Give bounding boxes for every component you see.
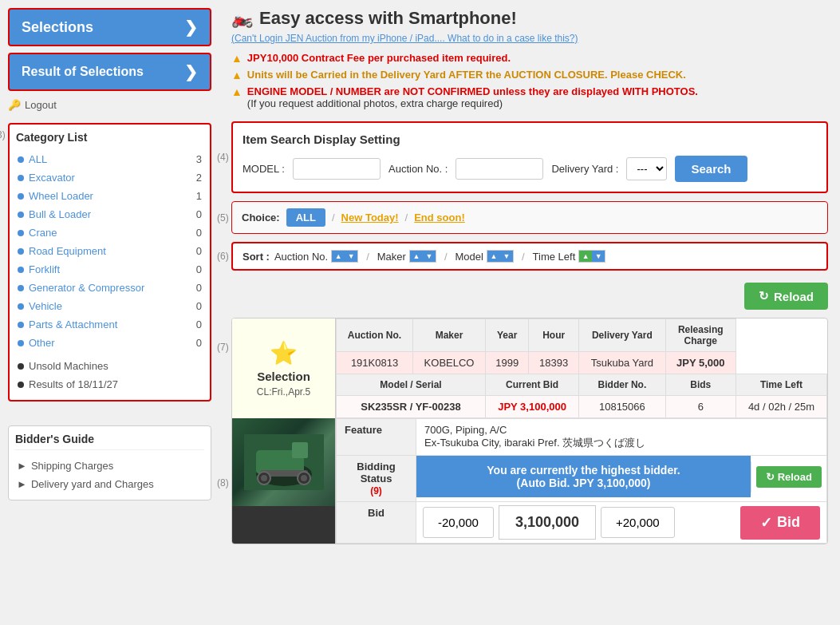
sort-down-time-left[interactable]: ▼ [592,251,605,262]
category-dot-wheel-loader [18,193,24,200]
sort-sep-2: / [444,251,448,263]
guide-delivery-charges[interactable]: ► Delivery yard and Charges [15,475,204,493]
category-count-excavator: 2 [196,172,202,184]
label-6: (6) [217,251,229,262]
item-header: ⭐ Selection CL:Fri.,Apr.5 Auction No. Ma… [232,318,827,418]
td-bids: 6 [665,396,735,418]
sort-label: Sort : [243,251,270,263]
category-item-excavator[interactable]: Excavator 2 [16,168,203,187]
sort-name-time-left: Time Left [533,251,576,263]
notice-1: ▲ JPY10,000 Contract Fee per purchased i… [231,52,828,65]
category-label-generator: Generator & Compressor [29,282,196,294]
model-input[interactable] [293,158,381,180]
bid-minus-button[interactable]: -20,000 [423,507,494,538]
sort-arrows-maker: ▲ ▼ [409,250,436,263]
special-dot-unsold [18,363,24,370]
category-count-generator: 0 [196,282,202,294]
category-label-vehicle: Vehicle [29,300,196,312]
search-panel: Item Search Display Setting MODEL : Auct… [231,121,828,193]
logout-link[interactable]: 🔑 Logout [8,99,211,111]
bid-submit-button[interactable]: ✓ Bid [740,506,820,540]
category-item-bull-loader[interactable]: Bull & Loader 0 [16,205,203,223]
category-item-forklift[interactable]: Forklift 0 [16,260,203,279]
sort-down-auction[interactable]: ▼ [345,251,357,262]
category-item-all[interactable]: ALL 3 [16,150,203,168]
choice-sep-2: / [405,212,408,223]
th-year: Year [486,319,529,352]
svg-rect-3 [292,442,308,458]
category-dot-generator [18,285,24,291]
category-item-other[interactable]: Other 0 [16,334,203,352]
svg-point-7 [261,475,267,481]
category-label-other: Other [29,337,196,349]
td-year: 1999 [486,352,529,374]
sort-up-time-left[interactable]: ▲ [579,251,592,262]
category-item-road-equipment[interactable]: Road Equipment 0 [16,242,203,260]
delivery-yard-label: Delivery Yard : [551,163,618,175]
sort-model: Model ▲ ▼ [455,250,514,263]
sort-arrows-auction: ▲ ▼ [331,250,358,263]
bid-plus-button[interactable]: +20,000 [601,507,675,538]
guide-shipping-charges[interactable]: ► Shipping Charges [15,457,204,475]
choice-end-soon[interactable]: End soon! [414,212,465,223]
guide-label-delivery: Delivery yard and Charges [31,478,154,490]
selections-button[interactable]: Selections ❯ [8,8,211,46]
category-dot-bull-loader [18,212,24,218]
category-dot-other [18,340,24,346]
notice-text-2: Units will be Carried in the Delivery Ya… [247,69,686,81]
header-link[interactable]: (Can't Login JEN Auction from my iPhone … [231,33,828,44]
svg-point-8 [301,475,307,481]
sort-up-auction[interactable]: ▲ [332,251,345,262]
notice-3: ▲ ENGINE MODEL / NUMBER are NOT CONFIRME… [231,85,828,109]
category-item-vehicle[interactable]: Vehicle 0 [16,297,203,315]
item-selection-col: ⭐ Selection CL:Fri.,Apr.5 [232,318,336,418]
category-dot-road-equipment [18,248,24,255]
choice-new-today[interactable]: New Today! [341,212,399,223]
sort-auction-no: Auction No. ▲ ▼ [274,250,358,263]
bidding-status-label: Bidding Status (9) [337,456,416,502]
td-model-serial: SK235SR / YF-00238 [337,396,486,418]
feature-text: 700G, Piping, A/CEx-Tsukuba City, ibarak… [416,419,827,456]
category-dot-crane [18,230,24,236]
category-item-crane[interactable]: Crane 0 [16,223,203,242]
sort-up-model[interactable]: ▲ [487,251,500,262]
search-button[interactable]: Search [675,156,747,182]
result-of-selections-button[interactable]: Result of Selections ❯ [8,53,211,91]
label-5: (5) [217,212,229,223]
header-icon: 🏍️ [231,8,253,29]
sort-sep-3: / [522,251,525,263]
bidding-status-num: (9) [370,485,382,496]
reload-button[interactable]: ↻ Reload [744,283,828,310]
category-dot-all [18,156,24,163]
choice-sep-1: / [332,212,335,223]
td-bidder-no: 10815066 [579,396,666,418]
choice-all-button[interactable]: ALL [286,208,325,227]
page-header: 🏍️ Easy access with Smartphone! [231,8,828,29]
item-table: Auction No. Maker Year Hour Delivery Yar… [336,318,827,418]
sort-down-model[interactable]: ▼ [500,251,513,262]
th-delivery-yard: Delivery Yard [579,319,666,352]
td-maker: KOBELCO [413,352,486,374]
category-item-parts[interactable]: Parts & Attachment 0 [16,315,203,334]
result-chevron: ❯ [184,62,198,81]
category-dot-vehicle [18,303,24,310]
auction-no-input[interactable] [455,158,543,180]
category-item-wheel-loader[interactable]: Wheel Loader 1 [16,187,203,205]
search-row: MODEL : Auction No. : Delivery Yard : --… [243,156,817,182]
sort-time-left: Time Left ▲ ▼ [533,250,606,263]
td-current-bid: JPY 3,100,000 [486,396,579,418]
bidding-reload-button[interactable]: ↻ Reload [756,466,822,488]
sort-up-maker[interactable]: ▲ [410,251,423,262]
sort-down-maker[interactable]: ▼ [423,251,436,262]
delivery-yard-select[interactable]: --- [626,157,667,180]
special-item-unsold[interactable]: Unsold Machines [16,357,203,375]
item-image [232,418,336,544]
category-item-generator[interactable]: Generator & Compressor 0 [16,279,203,297]
sort-arrows-model: ▲ ▼ [487,250,514,263]
notices-section: ▲ JPY10,000 Contract Fee per purchased i… [231,52,828,109]
special-item-results[interactable]: Results of 18/11/27 [16,375,203,394]
category-label-all: ALL [29,153,196,165]
category-count-crane: 0 [196,227,202,239]
td-delivery-yard: Tsukuba Yard [579,352,666,374]
th-bidder-no: Bidder No. [579,374,666,396]
